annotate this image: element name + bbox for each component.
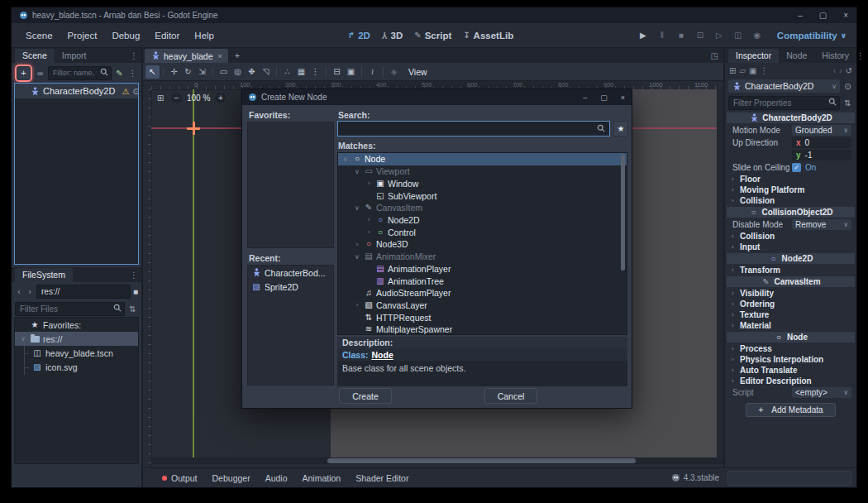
property-group-auto-translate[interactable]: ›Auto Translate xyxy=(727,365,855,376)
property-group-editor-description[interactable]: ›Editor Description xyxy=(727,376,855,386)
chevron-down-icon[interactable]: ∨ xyxy=(353,253,361,261)
pan-tool[interactable]: ✥ xyxy=(245,65,259,79)
vector-x-field[interactable]: x0 xyxy=(792,137,851,148)
history-icon[interactable]: ↺ xyxy=(846,66,852,75)
match-row-animationplayer[interactable]: ▤AnimationPlayer xyxy=(338,262,627,275)
scene-tab-heavy-blade[interactable]: heavy_blade × xyxy=(145,49,228,63)
inspector-category-collisionobject2d[interactable]: ○CollisionObject2D xyxy=(727,207,855,218)
matches-scrollbar[interactable] xyxy=(621,155,625,271)
save-resource-icon[interactable]: ▣ xyxy=(749,66,756,75)
property-value-dropdown[interactable]: <empty>∨ xyxy=(792,387,851,398)
context-tab-3d[interactable]: Y3D xyxy=(382,31,403,41)
add-node-button[interactable]: + xyxy=(17,67,30,79)
minimize-icon[interactable]: – xyxy=(798,11,803,20)
tab-scene[interactable]: Scene xyxy=(15,49,55,63)
close-icon[interactable]: × xyxy=(621,93,625,102)
recent-item-sprite2d[interactable]: ▨Sprite2D xyxy=(248,280,333,294)
chevron-right-icon[interactable]: › xyxy=(365,228,373,236)
nav-back-icon[interactable]: ‹ xyxy=(15,286,23,296)
sort-files-icon[interactable]: ⇅ xyxy=(127,304,138,314)
property-group-collision[interactable]: ›Collision xyxy=(727,231,855,242)
inspector-category-node2d[interactable]: ○Node2D xyxy=(727,253,855,264)
remote-debug-button[interactable]: ⊡ xyxy=(694,31,706,40)
maximize-icon[interactable]: ▢ xyxy=(819,11,827,20)
chevron-right-icon[interactable]: › xyxy=(365,180,373,187)
new-scene-tab-icon[interactable]: + xyxy=(228,50,246,60)
property-group-floor[interactable]: ›Floor xyxy=(727,174,855,184)
run-current-scene-button[interactable]: ▷ xyxy=(713,31,725,40)
warning-icon[interactable]: ⚠ xyxy=(122,87,129,96)
property-group-material[interactable]: ›Material xyxy=(727,320,855,331)
chevron-down-icon[interactable]: ∨ xyxy=(341,156,350,163)
match-row-canvaslayer[interactable]: ›▧CanvasLayer xyxy=(338,299,627,312)
file-filter-input[interactable] xyxy=(18,304,112,314)
scene-tree-menu-icon[interactable]: ⋮ xyxy=(127,69,138,78)
center-view-icon[interactable]: ⊞ xyxy=(155,93,166,103)
bottom-tab-animation[interactable]: Animation xyxy=(295,473,349,483)
bottom-tab-audio[interactable]: Audio xyxy=(258,473,295,483)
horizontal-scrollbar[interactable] xyxy=(151,457,723,464)
load-resource-icon[interactable]: ▱ xyxy=(739,66,746,75)
scale-tool[interactable]: ⇲ xyxy=(195,65,209,79)
viewport-2d[interactable]: 010020030040050060070080090010001100 ⊞ −… xyxy=(143,81,723,467)
tab-node[interactable]: Node xyxy=(779,49,814,63)
bottom-tab-output[interactable]: Output xyxy=(155,473,205,483)
bottom-tab-debugger[interactable]: Debugger xyxy=(205,473,258,483)
property-value-dropdown[interactable]: Remove∨ xyxy=(792,219,851,230)
stop-button[interactable]: ■ xyxy=(675,31,687,40)
file-row-res-[interactable]: ∨res:// xyxy=(15,332,138,346)
instantiate-scene-icon[interactable]: ∞ xyxy=(35,69,45,78)
snap-options-menu[interactable]: ⋮ xyxy=(308,65,322,79)
lock-selected-button[interactable]: ⊟ xyxy=(330,65,344,79)
tab-inspector[interactable]: Inspector xyxy=(728,49,779,63)
movie-maker-button[interactable]: ◉ xyxy=(751,31,763,40)
property-value-dropdown[interactable]: Grounded∨ xyxy=(792,125,851,136)
zoom-in-button[interactable]: + xyxy=(215,93,226,103)
file-row-heavy-blade-tscn[interactable]: ◫heavy_blade.tscn xyxy=(15,346,138,360)
match-row-animationtree[interactable]: ▥AnimationTree xyxy=(338,275,627,287)
history-forward-icon[interactable]: › xyxy=(839,66,842,75)
match-row-audiostreamplayer[interactable]: ♫AudioStreamPlayer xyxy=(338,287,627,299)
property-group-moving-platform[interactable]: ›Moving Platform xyxy=(727,184,855,195)
inspector-category-canvasitem[interactable]: ✎CanvasItem xyxy=(727,276,855,287)
create-button[interactable]: Create xyxy=(339,388,392,404)
match-row-animationmixer[interactable]: ∨▤AnimationMixer xyxy=(338,251,627,263)
maximize-icon[interactable]: ▢ xyxy=(600,93,608,102)
pin-icon[interactable]: ⊙ xyxy=(842,82,853,91)
new-resource-icon[interactable]: ⊞ xyxy=(729,66,736,75)
menu-editor[interactable]: Editor xyxy=(147,31,187,41)
bottom-tab-shader-editor[interactable]: Shader Editor xyxy=(348,473,416,483)
add-metadata-button[interactable]: +Add Metadata xyxy=(746,403,835,417)
skeleton-options-menu[interactable]: ≀ xyxy=(365,65,379,79)
tab-filesystem[interactable]: FileSystem xyxy=(15,268,73,282)
pause-button[interactable]: ‖ xyxy=(656,31,668,40)
property-filter-input[interactable] xyxy=(732,98,827,108)
inspector-category-node[interactable]: ○Node xyxy=(727,332,855,343)
menu-debug[interactable]: Debug xyxy=(104,31,147,41)
distraction-free-icon[interactable]: ◳ xyxy=(711,51,718,60)
scene-filter-input[interactable] xyxy=(51,68,98,78)
tab-history[interactable]: History xyxy=(814,49,856,63)
group-selected-button[interactable]: ▣ xyxy=(344,65,358,79)
zoom-out-button[interactable]: − xyxy=(171,93,182,103)
vector-y-field[interactable]: y-1 xyxy=(792,150,851,160)
play-button[interactable]: ▶ xyxy=(637,31,649,40)
match-row-httprequest[interactable]: ⇅HTTPRequest xyxy=(338,311,627,323)
smart-snap-toggle[interactable]: ∴ xyxy=(280,65,294,79)
match-row-subviewport[interactable]: ◱SubViewport xyxy=(338,189,627,202)
pivot-tool[interactable]: ◎ xyxy=(231,65,245,79)
ruler-tool[interactable]: ◹ xyxy=(259,65,273,79)
node-search-input[interactable] xyxy=(342,123,594,135)
zoom-level[interactable]: 100 % xyxy=(187,93,210,103)
context-tab-assetlib[interactable]: ↧AssetLib xyxy=(463,31,513,41)
panel-menu-icon[interactable]: ⋮ xyxy=(856,51,865,60)
vertical-scrollbar[interactable] xyxy=(717,89,723,461)
checkbox-slide-on-ceiling[interactable]: ✓On xyxy=(792,163,851,172)
favorites-list[interactable] xyxy=(247,122,334,248)
dialog-title-bar[interactable]: Create New Node – ▢ × xyxy=(242,89,632,105)
context-tab-script[interactable]: ✎Script xyxy=(414,31,451,41)
chevron-right-icon[interactable]: › xyxy=(365,216,373,223)
match-row-window[interactable]: ›▣Window xyxy=(338,177,627,189)
property-group-input[interactable]: ›Input xyxy=(727,242,855,252)
camera-override-button[interactable]: ◈ xyxy=(387,65,401,79)
